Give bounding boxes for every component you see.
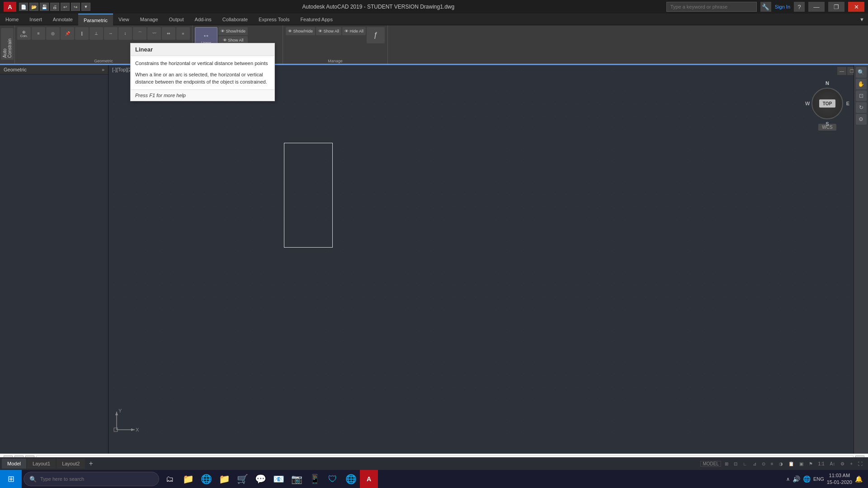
help-btn[interactable]: ? [794,2,805,12]
viewport-minimize-btn[interactable]: — [837,67,846,75]
tab-output[interactable]: Output [164,14,189,25]
tab-workspace[interactable]: ▼ [856,14,868,25]
selection-toggle[interactable]: ▣ [797,461,805,466]
model-status[interactable]: MODEL [700,461,721,467]
ortho-toggle[interactable]: ∟ [741,461,749,466]
network-icon[interactable]: 🌐 [803,475,811,483]
taskbar-app-chrome[interactable]: 🌐 [342,470,360,488]
taskbar-search-input[interactable] [40,476,153,482]
smooth-btn[interactable]: 〰 [147,27,161,40]
anno-monitor-toggle[interactable]: ⚑ [807,461,815,466]
manage-show-hide-btn[interactable]: 👁 Show/Hide [286,27,315,35]
grid-toggle[interactable]: ⊞ [723,461,730,466]
compass-top-btn[interactable]: TOP [819,99,835,108]
perpendicular-btn[interactable]: ⊥ [90,27,103,40]
tab-collaborate[interactable]: Collaborate [217,14,253,25]
polar-toggle[interactable]: ⊿ [751,461,758,466]
taskbar-app-whatsapp[interactable]: 📱 [306,470,324,488]
plot-btn[interactable]: 🖨 [50,3,59,11]
win-restore-btn[interactable]: ❐ [828,2,844,12]
coincident-btn[interactable]: ⊕Coin. [17,27,31,40]
tab-annotate[interactable]: Annotate [47,14,78,25]
sign-in-btn[interactable]: Sign In [775,4,790,9]
open-btn[interactable]: 📂 [29,3,38,11]
undo-btn[interactable]: ↩ [61,3,70,11]
win-close-btn[interactable]: ✕ [848,2,864,12]
layout-tab-layout1[interactable]: Layout1 [27,459,56,469]
snap-toggle[interactable]: ⊡ [732,461,739,466]
collinear-btn[interactable]: ≡ [32,27,45,40]
win-minimize-btn[interactable]: — [808,2,825,12]
layout-tab-layout2[interactable]: Layout2 [57,459,85,469]
tab-home[interactable]: Home [0,14,24,25]
taskbar-app-shield[interactable]: 🛡 [324,470,342,488]
osnap-toggle[interactable]: ⊙ [760,461,767,466]
customize-btn[interactable]: ▼ [81,3,90,11]
tool-orbit-btn[interactable]: ↻ [856,102,867,113]
show-hide-constraint-btn[interactable]: 👁 Show/Hide [218,27,248,35]
task-view-btn[interactable]: 🗂 [161,470,179,488]
taskbar-app-edge[interactable]: 🌐 [197,470,215,488]
new-btn[interactable]: 📄 [19,3,28,11]
compass-west: W [805,101,810,106]
tray-chevron[interactable]: ∧ [786,476,790,482]
tool-settings-btn[interactable]: ⚙ [856,114,867,125]
taskbar-app-mail[interactable]: 📧 [269,470,288,488]
tab-view[interactable]: View [113,14,135,25]
tab-parametric[interactable]: Parametric [78,14,113,25]
formula-btn[interactable]: ƒ [367,27,385,43]
search-tools-btn[interactable]: 🔧 [760,2,771,12]
quick-props-toggle[interactable]: 📋 [787,461,796,466]
taskbar-search: 🔍 [24,472,159,486]
tool-pan-btn[interactable]: ✋ [856,79,867,89]
horizontal-btn[interactable]: ↔ [104,27,118,40]
search-icon: 🔍 [29,476,37,483]
parallel-btn[interactable]: ∥ [75,27,89,40]
manage-hide-all-btn[interactable]: 👁 Hide All [342,27,366,35]
tooltip-detail: When a line or an arc is selected, the h… [131,71,274,89]
vertical-btn[interactable]: ↕ [118,27,132,40]
app-title: Autodesk AutoCAD 2019 - STUDENT VERSION … [90,4,666,10]
tab-addins[interactable]: Add-ins [189,14,217,25]
geometric-panel-expand[interactable]: » [102,67,104,72]
symmetric-btn[interactable]: ⇔ [162,27,175,40]
layout-tab-model[interactable]: Model [2,459,26,469]
fix-btn[interactable]: 📌 [61,27,74,40]
add-layout-btn[interactable]: + [86,459,96,469]
equal-btn[interactable]: = [176,27,190,40]
tab-express[interactable]: Express Tools [253,14,295,25]
tool-zoom-btn[interactable]: 🔍 [856,67,867,78]
taskbar-app-store[interactable]: 🛒 [233,470,251,488]
lineweight-toggle[interactable]: ≡ [769,461,775,466]
manage-show-all-btn[interactable]: 👁 Show All [316,27,341,35]
tab-manage[interactable]: Manage [135,14,164,25]
auto-constrain-btn[interactable]: Auto Constrain [1,28,14,60]
concentric-btn[interactable]: ◎ [46,27,60,40]
svg-marker-8 [115,412,118,415]
tangent-btn[interactable]: ⌒ [133,27,146,40]
redo-btn[interactable]: ↪ [71,3,80,11]
taskbar-app-chat[interactable]: 💬 [251,470,269,488]
fullscreen-btn[interactable]: ⛶ [856,461,864,466]
viewport-tools-btn[interactable]: + [848,461,854,466]
start-btn[interactable]: ⊞ [0,470,22,488]
tab-featured[interactable]: Featured Apps [295,14,338,25]
scale-display[interactable]: 1:1 [816,461,826,466]
volume-icon[interactable]: 🔊 [793,475,800,483]
search-input[interactable] [666,2,757,12]
svg-rect-1 [0,75,108,454]
tab-insert[interactable]: Insert [24,14,47,25]
transparency-toggle[interactable]: ◑ [777,461,785,466]
tool-zoom-extents-btn[interactable]: ⊡ [856,90,867,101]
compass-east: E [846,101,849,106]
taskbar-app-explorer[interactable]: 📁 [179,470,197,488]
compass-south: S [826,121,829,127]
taskbar-app-autocad[interactable]: A [360,470,378,488]
taskbar-app-files[interactable]: 📁 [215,470,233,488]
notification-btn[interactable]: 🔔 [855,475,863,483]
workspace-settings-btn[interactable]: ⚙ [839,461,846,466]
taskbar-app-camera[interactable]: 📷 [288,470,306,488]
taskbar-right: ∧ 🔊 🌐 ENG 11:03 AM 15-01-2020 🔔 [786,472,868,486]
save-btn[interactable]: 💾 [40,3,49,11]
anno-scale-btn[interactable]: A↕ [828,461,837,466]
